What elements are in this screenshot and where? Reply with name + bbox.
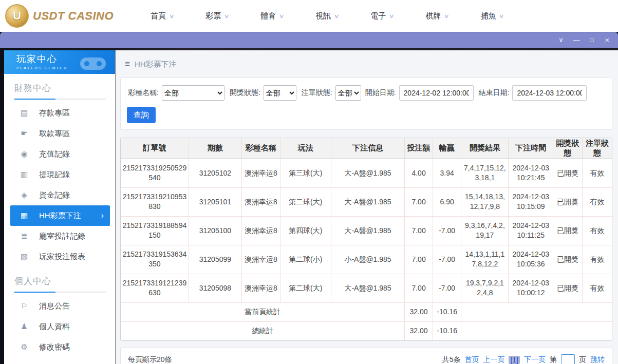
current-page[interactable]: [1]: [509, 356, 520, 364]
cell-draw-status: 已開獎: [553, 216, 583, 245]
table-row: 2152173319153634350 31205099 澳洲幸运8 第二球(小…: [121, 245, 612, 274]
sidebar-item-announcements[interactable]: ⚐ 消息公告: [4, 296, 115, 316]
sidebar-item-player-bet-report[interactable]: ▨ 玩家投注報表: [4, 246, 115, 267]
first-page-link[interactable]: 首页: [464, 355, 479, 364]
main-content: ≡ HH彩票下注 彩種名稱: 全部 開獎狀態: 全部 注單狀態: 全部 開始日期…: [116, 50, 618, 364]
section-finance: 財務中心: [4, 74, 115, 100]
sidebar-item-hh-lottery-bets[interactable]: ▦ HH彩票下注 ›: [10, 205, 110, 226]
sidebar-item-profile[interactable]: ♟ 個人資料: [4, 316, 115, 337]
lottery-ticket-icon: ▦: [20, 211, 29, 220]
start-date-input[interactable]: [399, 85, 474, 101]
sidebar-item-deposit[interactable]: ▤ 存款專區: [4, 103, 115, 123]
hamburger-icon[interactable]: ≡: [125, 59, 130, 69]
window-titlebar: ∨ — □ ×: [0, 32, 618, 48]
cell-order-status: 有效: [582, 159, 612, 187]
cell-draw-result: 19,3,7,9,2,12,4,8: [461, 274, 509, 302]
sidebar-item-withdrawal-record[interactable]: ▥ 提現記錄: [4, 164, 115, 185]
collapse-icon[interactable]: ∨: [553, 36, 569, 44]
nav-item-live[interactable]: 視訊 ∨: [315, 11, 339, 21]
cell-draw-status: 已開獎: [553, 159, 583, 187]
nav-item-sports[interactable]: 體育 ∨: [260, 11, 284, 21]
prev-page-link[interactable]: 上一页: [483, 355, 504, 364]
page-total-empty: [461, 302, 612, 321]
page-number-input[interactable]: [561, 354, 575, 364]
brand-logo-icon: U: [5, 4, 29, 28]
filter-panel: 彩種名稱: 全部 開獎狀態: 全部 注單狀態: 全部 開始日期: 結束日期: 查…: [120, 78, 612, 130]
page-title: HH彩票下注: [135, 60, 177, 69]
cell-lottery-name: 澳洲幸运8: [241, 187, 280, 216]
cell-order-status: 有效: [582, 187, 612, 216]
cell-period: 31205102: [189, 159, 241, 187]
nav-item-cards[interactable]: 棋牌 ∨: [425, 11, 448, 21]
brand[interactable]: U USDT CASINO: [5, 4, 114, 28]
order-status-select[interactable]: 全部: [335, 85, 361, 101]
cell-play-type: 第二球(大): [280, 187, 331, 216]
cell-bet-amount: 7.00: [405, 274, 433, 302]
chevron-down-icon: ∨: [168, 13, 174, 20]
search-button[interactable]: 查詢: [127, 107, 156, 123]
nav-item-fishing[interactable]: 捕魚 ∨: [480, 11, 503, 21]
sidebar-item-label: 消息公告: [39, 301, 70, 311]
logo-letter: U: [13, 9, 21, 23]
col-draw-result: 開獎結果: [461, 138, 509, 159]
page-total-win: -10.16: [433, 302, 461, 321]
cell-lottery-name: 澳洲幸运8: [241, 274, 280, 302]
cell-win-loss: 6.90: [433, 187, 461, 216]
cell-order-no: 2152173319188594150: [121, 216, 189, 245]
report-chart-icon: ▨: [20, 252, 29, 261]
sidebar-item-change-password[interactable]: ⚙ 修改密碼: [4, 337, 115, 357]
cell-draw-result: 7,4,17,15,12,3,18,1: [461, 159, 509, 187]
chevron-down-icon: ∨: [279, 13, 285, 20]
sidebar-item-label: 資金記錄: [39, 190, 70, 200]
cell-bet-time: 2024-12-03 10:00:12: [509, 274, 553, 302]
sidebar-item-recharge-record[interactable]: ◉ 充值記錄: [4, 144, 115, 164]
sidebar-item-withdraw[interactable]: ☛ 取款專區: [4, 123, 115, 144]
cell-order-no: 2152173319153634350: [121, 245, 189, 274]
sidebar-item-label: 玩家投注報表: [39, 252, 85, 262]
sidebar-item-hall-bet-record[interactable]: ≣ 廳室投註記錄: [4, 226, 115, 246]
total-count: 共5条: [442, 355, 461, 364]
nav-item-slots[interactable]: 電子 ∨: [370, 11, 394, 21]
nav-item-home[interactable]: 首頁 ∨: [151, 11, 174, 21]
cell-draw-status: 已開獎: [553, 187, 583, 216]
page-suffix: 页: [579, 355, 586, 364]
maximize-icon[interactable]: □: [584, 36, 600, 44]
end-date-input[interactable]: [512, 85, 587, 101]
brand-name: USDT CASINO: [33, 9, 114, 23]
section-personal: 個人中心: [4, 267, 115, 293]
jump-link[interactable]: 跳转: [590, 355, 605, 364]
cell-bet-amount: 7.00: [405, 187, 433, 216]
cell-bet-amount: 7.00: [405, 245, 433, 274]
draw-status-select[interactable]: 全部: [264, 85, 296, 101]
sidebar-item-funds-record[interactable]: ◈ 資金記錄: [4, 185, 115, 205]
sidebar-item-label: 廳室投註記錄: [39, 232, 85, 241]
cell-play-type: 第四球(大): [280, 216, 331, 245]
gear-icon: ⚙: [20, 342, 29, 352]
cell-period: 31205098: [189, 274, 241, 302]
sidebar-item-label: 取款專區: [39, 129, 70, 139]
col-play-type: 玩法: [280, 138, 331, 159]
per-page-text: 每頁顯示20條: [128, 355, 172, 364]
chevron-right-icon: ›: [101, 211, 104, 220]
pagination-bar: 每頁顯示20條 共5条 首页 上一页 [1] 下一页 第 页 跳转: [120, 348, 612, 364]
cell-period: 31205099: [189, 245, 241, 274]
sidebar-item-label: 個人資料: [39, 322, 70, 332]
col-order-status: 注單狀態: [582, 138, 612, 159]
chevron-down-icon: ∨: [499, 13, 504, 20]
players-center-header: 玩家中心 PLAYERS CENTER: [4, 50, 115, 74]
lottery-name-select[interactable]: 全部: [162, 85, 224, 101]
moneybag-icon: ◉: [20, 149, 29, 159]
bets-table: 訂單號 期數 彩種名稱 玩法 下注信息 投注額 輸贏 開獎結果 下注時間 開獎狀…: [121, 138, 612, 340]
cell-bet-time: 2024-12-03 10:05:36: [509, 245, 553, 274]
close-icon[interactable]: ×: [600, 35, 615, 44]
grand-total-empty: [461, 321, 612, 340]
sidebar-item-label: 修改密碼: [39, 342, 70, 352]
start-date-label: 開始日期:: [365, 88, 396, 98]
cell-order-no: 2152173319121239630: [121, 274, 189, 302]
minimize-icon[interactable]: —: [569, 36, 584, 44]
next-page-link[interactable]: 下一页: [524, 355, 546, 364]
cell-lottery-name: 澳洲幸运8: [241, 216, 280, 245]
nav-item-lottery[interactable]: 彩票 ∨: [205, 11, 229, 21]
section-underline: [14, 99, 106, 100]
col-period: 期數: [189, 138, 241, 159]
